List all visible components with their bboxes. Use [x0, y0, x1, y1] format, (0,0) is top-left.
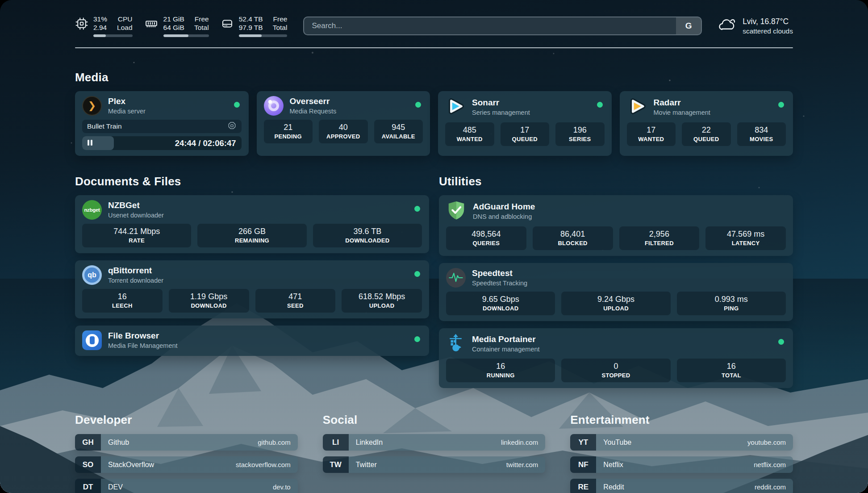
stat-download: 9.65 Gbps DOWNLOAD: [446, 292, 555, 315]
header-divider: [75, 47, 793, 48]
memory-widget: 21 GiB Free 64 GiB Total: [144, 15, 209, 37]
service-subtitle: Media Requests: [290, 108, 337, 115]
service-subtitle: DNS and adblocking: [473, 213, 535, 221]
service-subtitle: Series management: [472, 109, 530, 117]
stat-blocked: 86,401 BLOCKED: [533, 226, 613, 250]
service-name: Media Portainer: [472, 334, 540, 345]
stat-ping: 0.993 ms PING: [677, 292, 786, 315]
service-card-overseerr[interactable]: Overseerr Media Requests 21 PENDING 40 A…: [257, 91, 430, 156]
stat-available: 945 AVAILABLE: [374, 120, 423, 143]
service-card-speedtest[interactable]: Speedtest Speedtest Tracking 9.65 Gbps D…: [439, 263, 793, 321]
bookmark-abbr: SO: [75, 456, 101, 473]
memory-free-value: 21 GiB: [163, 15, 184, 23]
bookmark-name: DEV: [108, 483, 123, 491]
service-name: qBittorrent: [108, 266, 163, 276]
bookmark-name: YouTube: [603, 439, 631, 447]
service-name: AdGuard Home: [473, 202, 535, 212]
service-name: Sonarr: [472, 98, 530, 108]
service-name: Radarr: [654, 98, 710, 108]
stat-series: 196 SERIES: [555, 122, 605, 146]
playback-progress-bar: 24:44 / 02:06:47: [82, 136, 242, 150]
plex-icon: ❯: [82, 96, 102, 116]
cpu-usage-value: 31%: [93, 15, 107, 23]
service-name: File Browser: [108, 331, 178, 341]
stat-wanted: 485 WANTED: [445, 122, 494, 146]
bookmark-abbr: NF: [570, 456, 596, 473]
status-indicator: [778, 339, 784, 345]
disk-total-label: Total: [273, 24, 288, 32]
bookmark-url: github.com: [258, 439, 290, 446]
service-card-sonarr[interactable]: Sonarr Series management 485 WANTED 17 Q…: [438, 91, 612, 156]
stat-movies: 834 MOVIES: [737, 122, 786, 146]
now-playing-title: Bullet Train: [87, 122, 122, 130]
bookmark-group-social: Social LI LinkedIn linkedin.com TW Twitt…: [323, 413, 546, 493]
stat-remaining: 266 GB REMAINING: [197, 224, 306, 247]
disk-progress-bar: [239, 34, 288, 37]
weather-condition: scattered clouds: [743, 27, 793, 35]
search-provider-button[interactable]: G: [676, 17, 701, 34]
service-card-qbittorrent[interactable]: qb qBittorrent Torrent downloader 16 LEE…: [75, 260, 429, 318]
stat-queued: 22 QUEUED: [682, 122, 731, 146]
service-card-filebrowser[interactable]: File Browser Media File Management: [75, 326, 429, 356]
now-playing-row: Bullet Train: [82, 120, 242, 133]
memory-total-value: 64 GiB: [163, 24, 184, 32]
topbar: 31% CPU 2.94 Load: [75, 12, 793, 40]
cpu-load-label: Load: [117, 24, 132, 32]
status-indicator: [415, 102, 421, 108]
section-heading-media: Media: [75, 71, 793, 84]
bookmark-youtube[interactable]: YT YouTube youtube.com: [570, 434, 793, 451]
service-card-nzbget[interactable]: nzbget NZBGet Usenet downloader 744.21 M…: [75, 195, 429, 253]
stat-seed: 471 SEED: [255, 289, 336, 313]
stat-running: 16 RUNNING: [446, 359, 555, 382]
service-name: Plex: [108, 96, 146, 107]
bookmark-url: linkedin.com: [501, 439, 538, 446]
status-indicator: [597, 102, 603, 108]
portainer-icon: [446, 333, 466, 355]
weather-location-temp: Lviv, 16.87°C: [743, 17, 793, 26]
cpu-load-value: 2.94: [93, 24, 107, 32]
service-subtitle: Usenet downloader: [108, 212, 164, 219]
stat-stopped: 0 STOPPED: [561, 359, 670, 382]
service-subtitle: Container management: [472, 346, 540, 353]
service-card-radarr[interactable]: Radarr Movie management 17 WANTED 22 QUE…: [620, 91, 793, 156]
bookmark-abbr: GH: [75, 434, 101, 451]
sonarr-icon: [445, 96, 466, 118]
adguard-icon: [446, 200, 467, 222]
stat-approved: 40 APPROVED: [319, 120, 368, 143]
bookmark-name: StackOverflow: [108, 461, 154, 469]
qbittorrent-icon: qb: [82, 265, 102, 285]
cpu-icon: [75, 17, 88, 30]
section-heading-entertainment: Entertainment: [570, 413, 793, 427]
bookmark-dev[interactable]: DT DEV dev.to: [75, 479, 298, 493]
service-subtitle: Media server: [108, 108, 146, 115]
bookmark-stackoverflow[interactable]: SO StackOverflow stackoverflow.com: [75, 456, 298, 473]
service-card-portainer[interactable]: Media Portainer Container management 16 …: [439, 328, 793, 388]
service-subtitle: Media File Management: [108, 342, 178, 350]
search-input[interactable]: [304, 17, 676, 34]
bookmark-linkedin[interactable]: LI LinkedIn linkedin.com: [323, 434, 546, 451]
bookmark-abbr: LI: [323, 434, 349, 451]
service-card-adguard[interactable]: AdGuard Home DNS and adblocking 498,564 …: [439, 195, 793, 256]
stat-filtered: 2,956 FILTERED: [619, 226, 700, 250]
bookmark-abbr: RE: [570, 479, 596, 493]
stat-upload: 9.24 Gbps UPLOAD: [561, 292, 670, 315]
overseerr-icon: [264, 96, 284, 116]
disk-widget: 52.4 TB Free 97.9 TB Total: [221, 15, 288, 37]
bookmark-reddit[interactable]: RE Reddit reddit.com: [570, 479, 793, 493]
weather-widget: Lviv, 16.87°C scattered clouds: [717, 17, 793, 35]
service-name: NZBGet: [108, 201, 164, 211]
bookmark-url: reddit.com: [755, 483, 786, 491]
bookmark-netflix[interactable]: NF Netflix netflix.com: [570, 456, 793, 473]
stat-queries: 498,564 QUERIES: [446, 226, 526, 250]
service-card-plex[interactable]: ❯ Plex Media server Bullet Train: [75, 91, 249, 156]
service-name: Speedtest: [472, 268, 527, 279]
playback-time: 24:44 / 02:06:47: [175, 138, 236, 148]
bookmark-group-entertainment: Entertainment YT YouTube youtube.com NF …: [570, 413, 793, 493]
bookmark-abbr: TW: [323, 456, 349, 473]
stat-leech: 16 LEECH: [82, 289, 163, 313]
bookmark-abbr: DT: [75, 479, 101, 493]
section-heading-utilities: Utilities: [439, 175, 793, 188]
bookmark-twitter[interactable]: TW Twitter twitter.com: [323, 456, 546, 473]
bookmark-github[interactable]: GH Github github.com: [75, 434, 298, 451]
stat-latency: 47.569 ms LATENCY: [705, 226, 786, 250]
